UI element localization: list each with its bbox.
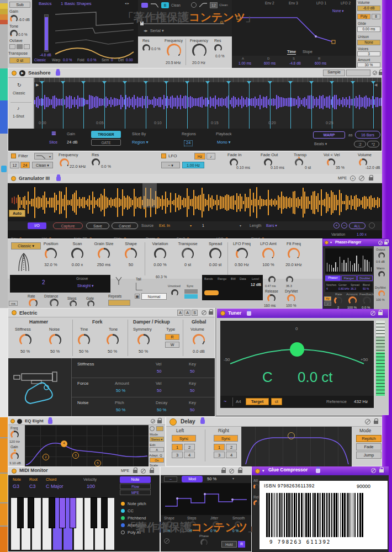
channel-dropdown-icon[interactable]: ▾ [240, 224, 241, 228]
hold-button[interactable]: Hold [221, 541, 237, 548]
knob-scan[interactable] [71, 248, 83, 260]
volume-value[interactable]: 0.0 dB [193, 349, 205, 354]
steps-knob[interactable] [70, 300, 77, 307]
glue-titlebar[interactable]: ▾ Glue Compressor [252, 466, 389, 475]
phaser-titlebar[interactable]: ▾ Phaser-Flanger [323, 239, 389, 246]
vocoder-orange-pill[interactable] [204, 290, 219, 295]
level-value[interactable]: 12 dB [251, 283, 261, 287]
slice-marker-handle[interactable] [81, 81, 86, 84]
slope-24-button[interactable]: 24 [20, 162, 30, 168]
knob-value-shape[interactable]: 50 [114, 262, 147, 267]
play-button[interactable]: ▶ [19, 70, 25, 76]
lock-icon[interactable] [379, 469, 384, 473]
gain-value[interactable]: 24 dB [67, 140, 78, 145]
amount-knob[interactable] [348, 296, 357, 305]
slice-by-select[interactable]: Region ▾ [132, 140, 149, 145]
groove-select[interactable]: Straight ▾ [77, 284, 94, 288]
stiffness-value[interactable]: 50 % [20, 349, 30, 354]
lock-icon-2[interactable] [150, 470, 154, 473]
piano-black-key[interactable] [101, 497, 108, 528]
env-tab-env2[interactable]: Env 2 [265, 1, 274, 5]
rate-sync-button[interactable]: ♪ [324, 301, 331, 306]
symmetry-value[interactable]: 50 % [139, 349, 148, 354]
save-button[interactable]: Save [86, 222, 109, 229]
volume-value[interactable]: -12.0 dB [365, 166, 380, 170]
selection-region[interactable] [142, 183, 157, 208]
release-value[interactable]: 160 ms [264, 304, 276, 307]
zoom-out-icon[interactable]: − [341, 222, 347, 229]
res1-knob[interactable] [142, 44, 150, 52]
adsr-value[interactable]: 600 ms [315, 61, 326, 65]
io-button[interactable]: I/O [28, 222, 46, 229]
lock-icon[interactable] [157, 420, 162, 423]
slope-12-button[interactable]: 12 [10, 162, 19, 168]
env-time-tab[interactable]: Time [287, 50, 296, 55]
volume-knob[interactable] [193, 334, 205, 346]
eq8-display[interactable]: 4235 [25, 425, 149, 467]
mode-repitch-button[interactable]: Repitch [356, 435, 382, 442]
double-tempo-button[interactable]: *2 [367, 141, 379, 147]
rate-hz-button[interactable]: Hz [324, 296, 331, 301]
slice-marker-handle[interactable] [102, 81, 107, 84]
tone-value[interactable]: 0.0 % [18, 33, 28, 36]
eq-node-3[interactable]: 3 [72, 452, 79, 459]
hot-swap-icon[interactable] [202, 310, 206, 315]
stiffness-knob[interactable] [19, 334, 31, 346]
octave-button-mid[interactable] [17, 44, 23, 49]
lock-icon-2[interactable] [238, 470, 242, 473]
view-button-flow[interactable]: Flow [120, 484, 151, 489]
device-on-led[interactable] [10, 419, 15, 423]
repeats-value[interactable] [108, 300, 130, 306]
lock-icon[interactable] [378, 312, 383, 315]
amount-value[interactable]: 30 % [357, 62, 380, 67]
lfo-rate-value[interactable]: 1.00 Hz [182, 162, 204, 168]
phaser-tab-flanger[interactable]: Flanger [341, 275, 357, 281]
unison-select[interactable]: None [357, 40, 380, 45]
left-clip-orange-b3[interactable] [0, 474, 8, 502]
fold-triangle-icon[interactable]: ▾ [262, 469, 264, 473]
knob-spread[interactable] [209, 248, 221, 260]
step-sequencer-display[interactable]: 2 Groove Straight ▾ [10, 275, 110, 293]
sample-tab[interactable]: Sample [323, 70, 345, 76]
tone-value[interactable]: 50 % [108, 349, 117, 354]
sync-button-b[interactable] [184, 294, 198, 299]
filter-node[interactable] [288, 432, 295, 439]
follow-icon[interactable] [369, 222, 375, 229]
res2-value[interactable]: 0.0 % [215, 54, 225, 58]
phaser-param-value-spread[interactable]: 36.3 [351, 287, 356, 290]
sem-value[interactable]: 0 [111, 58, 113, 62]
hot-swap-icon[interactable] [370, 311, 375, 316]
slice-mode-button[interactable]: Slice [49, 140, 57, 145]
left-clip-red[interactable] [0, 20, 8, 24]
sub-button[interactable]: Sub [9, 2, 30, 8]
release-knob[interactable] [267, 294, 276, 302]
lock-icon[interactable] [374, 421, 378, 424]
lfo-shape-select[interactable]: ~ ▾ [161, 162, 180, 168]
fade-out-value[interactable]: 0.10 ms [271, 166, 284, 170]
env-slope-tab[interactable]: Slope [303, 50, 312, 54]
cancel-button[interactable]: Cancel [112, 222, 138, 229]
chain-s-button[interactable]: S [192, 310, 198, 316]
output-knob[interactable] [378, 252, 385, 259]
volvel-knob[interactable] [327, 158, 335, 167]
symmetry-knob[interactable] [137, 334, 150, 346]
left-clip-orange-b1[interactable] [0, 417, 8, 437]
circuit-select[interactable]: Clean ▾ [32, 162, 53, 168]
eq-node-4[interactable]: 4 [61, 440, 67, 447]
knob-shape[interactable] [125, 248, 137, 260]
transp-value[interactable]: 0 st [305, 166, 311, 170]
mod-dropdown-icon[interactable]: ▾ [232, 477, 234, 481]
spread-value[interactable]: 36.3 [286, 284, 292, 288]
freq-value[interactable]: 120 Hz [9, 440, 20, 444]
warm-knob[interactable] [378, 271, 385, 278]
freq1-knob[interactable] [167, 44, 181, 58]
trigger-button[interactable]: TRIGGER [91, 131, 121, 138]
hot-swap-icon[interactable] [373, 71, 377, 75]
capture-button[interactable]: Capture [53, 222, 83, 229]
zoom-all-button[interactable]: ALL [349, 222, 365, 229]
right-sync-button[interactable]: Sync [214, 435, 238, 442]
device-on-led[interactable] [169, 418, 177, 426]
noise-knob[interactable] [49, 334, 61, 346]
filter2-toggle[interactable] [191, 2, 197, 8]
routing-value[interactable]: Serial [150, 28, 161, 33]
